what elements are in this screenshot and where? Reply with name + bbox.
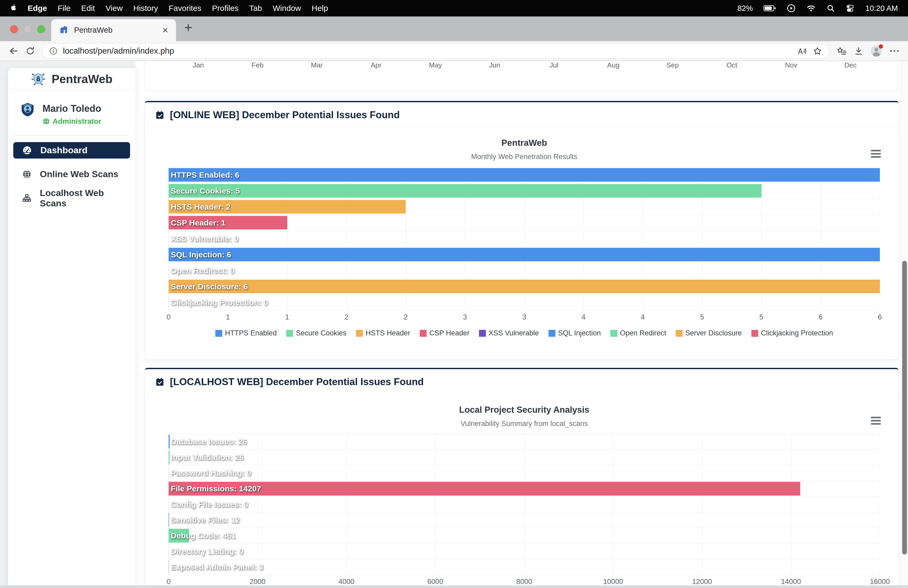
legend-item[interactable]: CSP Header bbox=[420, 329, 469, 337]
sidebar-item-localhost-web-scans[interactable]: Localhost Web Scans bbox=[13, 190, 130, 206]
back-button[interactable] bbox=[8, 46, 19, 56]
card-title: [LOCALHOST WEB] December Potential Issue… bbox=[170, 376, 424, 388]
x-axis: 0200040006000800010000120001400016000 bbox=[169, 575, 880, 587]
menubar-item-help[interactable]: Help bbox=[312, 4, 328, 13]
x-tick-label: 12000 bbox=[692, 578, 712, 586]
bar-row: Config File Issues: 0 bbox=[169, 497, 880, 512]
legend-item[interactable]: SQL Injection bbox=[549, 329, 601, 337]
legend-item[interactable]: HSTS Header bbox=[356, 329, 410, 337]
bar-row: Debug Code: 461 bbox=[169, 528, 880, 544]
online-web-chart: PentraWeb Monthly Web Penetration Result… bbox=[145, 138, 898, 337]
legend-item[interactable]: HTTPS Enabled bbox=[215, 329, 277, 337]
globe-icon bbox=[42, 118, 50, 125]
bar-label: Secure Cookies: 5 bbox=[171, 187, 240, 195]
new-tab-button[interactable]: + bbox=[184, 20, 192, 35]
legend-label: Server Disclosure bbox=[685, 329, 742, 337]
menubar-item-history[interactable]: History bbox=[133, 4, 158, 13]
bar-https-enabled bbox=[169, 168, 880, 182]
legend-label: HSTS Header bbox=[365, 329, 410, 337]
menubar-clock[interactable]: 10:20 AM bbox=[865, 4, 898, 13]
menubar-item-window[interactable]: Window bbox=[273, 4, 301, 13]
legend-item[interactable]: Secure Cookies bbox=[286, 329, 346, 337]
localhost-web-chart: Local Project Security Analysis Vulnerab… bbox=[145, 404, 898, 587]
calendar-check-icon bbox=[155, 110, 164, 120]
legend-swatch bbox=[676, 330, 683, 337]
x-tick-label: 0 bbox=[166, 313, 171, 321]
legend-swatch bbox=[420, 330, 427, 337]
chart-menu-button[interactable] bbox=[870, 147, 882, 160]
bar-label: SQL Injection: 6 bbox=[171, 250, 231, 259]
browser-toolbar: localhost/pen/admin/index.php bbox=[0, 41, 908, 61]
x-axis: 0112233445566 bbox=[169, 311, 880, 322]
bar-database-issues bbox=[169, 435, 170, 448]
bar-row: Secure Cookies: 5 bbox=[169, 183, 880, 199]
settings-more-button[interactable] bbox=[889, 49, 900, 53]
legend-item[interactable]: Server Disclosure bbox=[676, 329, 742, 337]
month-label: Jan bbox=[169, 61, 228, 69]
profile-avatar[interactable] bbox=[870, 45, 882, 57]
legend-swatch bbox=[479, 330, 486, 337]
page-bottom-edge bbox=[0, 585, 908, 588]
bar-sql-injection bbox=[169, 248, 880, 262]
playback-status-icon[interactable] bbox=[787, 4, 796, 13]
user-block: Mario Toledo Administrator bbox=[8, 90, 135, 126]
sidebar-item-dashboard[interactable]: Dashboard bbox=[13, 142, 130, 159]
plot-area[interactable]: Database Issues: 26Input Validation: 26P… bbox=[169, 434, 880, 575]
favorite-star-icon[interactable] bbox=[813, 46, 822, 56]
legend-swatch bbox=[549, 330, 555, 337]
legend-item[interactable]: Clickjacking Protection bbox=[751, 329, 833, 337]
bar-label: Debug Code: 461 bbox=[171, 531, 236, 540]
menubar-item-profiles[interactable]: Profiles bbox=[212, 4, 239, 13]
menubar-item-edge[interactable]: Edge bbox=[27, 4, 47, 13]
legend-label: SQL Injection bbox=[558, 329, 601, 337]
address-bar[interactable]: localhost/pen/admin/index.php bbox=[42, 43, 829, 59]
collections-icon[interactable] bbox=[836, 46, 847, 56]
downloads-button[interactable] bbox=[854, 46, 863, 56]
zoom-window-button[interactable] bbox=[37, 25, 45, 33]
x-tick-label: 6 bbox=[878, 313, 882, 321]
tab-close-icon[interactable]: × bbox=[163, 26, 168, 35]
menubar-item-file[interactable]: File bbox=[58, 4, 70, 13]
legend-item[interactable]: Open Redirect bbox=[610, 329, 666, 337]
url-text: localhost/pen/admin/index.php bbox=[63, 46, 791, 56]
bar-server-disclosure bbox=[169, 280, 880, 293]
month-label: Feb bbox=[228, 61, 287, 69]
read-aloud-icon[interactable] bbox=[797, 47, 807, 55]
minimize-window-button[interactable] bbox=[24, 25, 32, 33]
bar-row: HTTPS Enabled: 6 bbox=[169, 167, 880, 183]
gridline bbox=[880, 167, 880, 311]
legend-label: Clickjacking Protection bbox=[761, 329, 833, 337]
bar-row: Clickjacking Protection: 0 bbox=[169, 295, 880, 311]
bar-label: Server Disclosure: 6 bbox=[171, 282, 248, 291]
card-header: [LOCALHOST WEB] December Potential Issue… bbox=[145, 369, 898, 395]
battery-icon bbox=[763, 4, 776, 13]
x-tick-label: 10000 bbox=[603, 578, 623, 586]
bar-row: Password Hashing: 0 bbox=[169, 465, 880, 481]
legend-item[interactable]: XSS Vulnerable bbox=[479, 329, 539, 337]
refresh-button[interactable] bbox=[26, 46, 35, 56]
pentraweb-logo-icon bbox=[31, 72, 46, 87]
menubar-item-edit[interactable]: Edit bbox=[81, 4, 95, 13]
sidebar-item-label: Dashboard bbox=[40, 145, 88, 155]
bar-label: Directory Listing: 0 bbox=[171, 547, 243, 556]
menubar-item-view[interactable]: View bbox=[105, 4, 122, 13]
close-window-button[interactable] bbox=[10, 25, 18, 33]
site-info-icon[interactable] bbox=[49, 47, 58, 55]
bar-label: Config File Issues: 0 bbox=[171, 500, 248, 509]
spotlight-search-icon[interactable] bbox=[826, 4, 835, 13]
plot-area[interactable]: HTTPS Enabled: 6Secure Cookies: 5HSTS He… bbox=[169, 167, 880, 311]
chart-menu-button[interactable] bbox=[870, 414, 882, 427]
bar-row: Server Disclosure: 6 bbox=[169, 279, 880, 295]
wifi-icon[interactable] bbox=[806, 4, 816, 12]
control-center-icon[interactable] bbox=[845, 4, 855, 13]
bar-row: File Permissions: 14207 bbox=[169, 481, 880, 497]
apple-menu-icon[interactable] bbox=[10, 3, 17, 13]
month-label: May bbox=[406, 61, 465, 69]
browser-tab[interactable]: PentraWeb × bbox=[51, 19, 176, 41]
user-role-label: Administrator bbox=[53, 117, 101, 126]
bar-input-validation bbox=[169, 450, 170, 464]
menubar-item-favorites[interactable]: Favorites bbox=[169, 4, 201, 13]
scrollbar-thumb[interactable] bbox=[902, 261, 907, 554]
menubar-item-tab[interactable]: Tab bbox=[249, 4, 262, 13]
sidebar-item-online-web-scans[interactable]: Online Web Scans bbox=[13, 166, 130, 182]
